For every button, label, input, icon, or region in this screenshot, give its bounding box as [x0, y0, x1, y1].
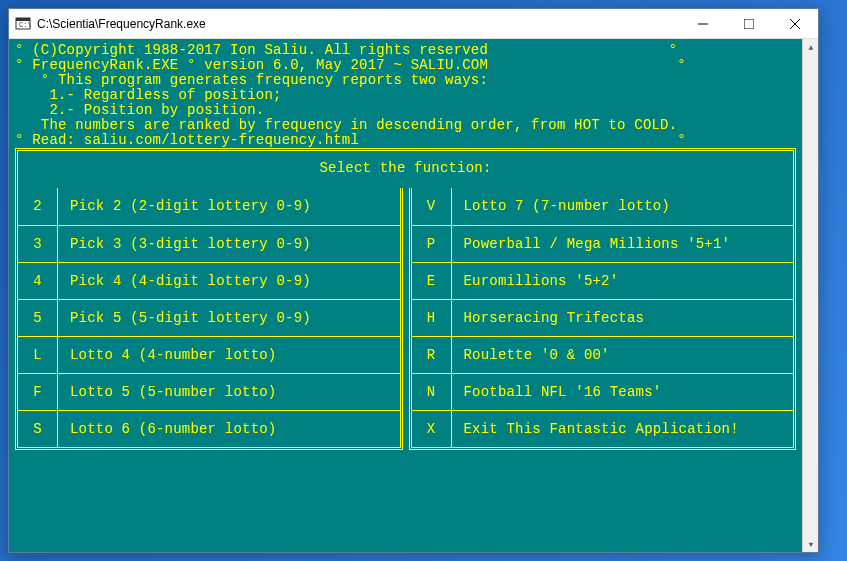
app-icon: C:\ [15, 16, 31, 32]
menu-key: N [412, 374, 452, 410]
menu-item-lotto4[interactable]: L Lotto 4 (4-number lotto) [18, 336, 400, 373]
menu-title: Select the function: [15, 148, 796, 188]
menu-key: F [18, 374, 58, 410]
menu-columns: 2 Pick 2 (2-digit lottery 0-9) 3 Pick 3 … [15, 188, 796, 450]
menu-item-pick3[interactable]: 3 Pick 3 (3-digit lottery 0-9) [18, 225, 400, 262]
version-line: ° FrequencyRank.EXE ° version 6.0, May 2… [15, 58, 796, 73]
menu-desc: Powerball / Mega Millions '5+1' [452, 237, 794, 252]
svg-text:C:\: C:\ [19, 21, 31, 29]
menu-desc: Pick 2 (2-digit lottery 0-9) [58, 199, 400, 214]
menu-desc: Pick 5 (5-digit lottery 0-9) [58, 311, 400, 326]
menu-item-exit[interactable]: X Exit This Fantastic Application! [412, 410, 794, 447]
menu-desc: Lotto 4 (4-number lotto) [58, 348, 400, 363]
menu-item-lotto5[interactable]: F Lotto 5 (5-number lotto) [18, 373, 400, 410]
scroll-down-icon[interactable]: ▼ [803, 536, 819, 552]
menu-item-pick5[interactable]: 5 Pick 5 (5-digit lottery 0-9) [18, 299, 400, 336]
desc-line-3: 2.- Position by position. [15, 103, 796, 118]
menu-item-football[interactable]: N Football NFL '16 Teams' [412, 373, 794, 410]
menu-desc: Pick 4 (4-digit lottery 0-9) [58, 274, 400, 289]
menu-item-powerball[interactable]: P Powerball / Mega Millions '5+1' [412, 225, 794, 262]
menu-key: 4 [18, 263, 58, 299]
desc-line-2: 1.- Regardless of position; [15, 88, 796, 103]
titlebar: C:\ C:\Scientia\FrequencyRank.exe [9, 9, 818, 39]
menu-item-horseracing[interactable]: H Horseracing Trifectas [412, 299, 794, 336]
menu-key: P [412, 226, 452, 262]
window-title: C:\Scientia\FrequencyRank.exe [37, 17, 680, 31]
desc-line-4: The numbers are ranked by frequency in d… [15, 118, 796, 133]
console-area[interactable]: ° (C)Copyright 1988-2017 Ion Saliu. All … [9, 39, 802, 552]
menu-item-euromillions[interactable]: E Euromillions '5+2' [412, 262, 794, 299]
menu-key: 3 [18, 226, 58, 262]
menu-key: E [412, 263, 452, 299]
menu-key: S [18, 411, 58, 447]
menu-item-lotto6[interactable]: S Lotto 6 (6-number lotto) [18, 410, 400, 447]
menu-key: R [412, 337, 452, 373]
menu-desc: Lotto 7 (7-number lotto) [452, 199, 794, 214]
menu-item-roulette[interactable]: R Roulette '0 & 00' [412, 336, 794, 373]
application-window: C:\ C:\Scientia\FrequencyRank.exe ° (C)C… [8, 8, 819, 553]
svg-rect-4 [744, 19, 754, 29]
minimize-button[interactable] [680, 9, 726, 38]
menu-key: V [412, 188, 452, 225]
close-button[interactable] [772, 9, 818, 38]
scroll-up-icon[interactable]: ▲ [803, 39, 819, 55]
menu-item-lotto7[interactable]: V Lotto 7 (7-number lotto) [412, 188, 794, 225]
desc-line-1: ° This program generates frequency repor… [15, 73, 796, 88]
copyright-line: ° (C)Copyright 1988-2017 Ion Saliu. All … [15, 43, 796, 58]
menu-item-pick2[interactable]: 2 Pick 2 (2-digit lottery 0-9) [18, 188, 400, 225]
vertical-scrollbar[interactable]: ▲ ▼ [802, 39, 818, 552]
menu-right-column: V Lotto 7 (7-number lotto) P Powerball /… [409, 188, 797, 450]
menu-desc: Exit This Fantastic Application! [452, 422, 794, 437]
menu-desc: Football NFL '16 Teams' [452, 385, 794, 400]
menu-key: X [412, 411, 452, 447]
read-line: ° Read: saliu.com/lottery-frequency.html… [15, 133, 796, 148]
menu-desc: Pick 3 (3-digit lottery 0-9) [58, 237, 400, 252]
maximize-button[interactable] [726, 9, 772, 38]
menu-key: L [18, 337, 58, 373]
menu-item-pick4[interactable]: 4 Pick 4 (4-digit lottery 0-9) [18, 262, 400, 299]
menu-key: 2 [18, 188, 58, 225]
menu-desc: Euromillions '5+2' [452, 274, 794, 289]
menu-container: Select the function: 2 Pick 2 (2-digit l… [15, 148, 796, 450]
menu-desc: Roulette '0 & 00' [452, 348, 794, 363]
menu-desc: Horseracing Trifectas [452, 311, 794, 326]
menu-key: H [412, 300, 452, 336]
menu-key: 5 [18, 300, 58, 336]
menu-left-column: 2 Pick 2 (2-digit lottery 0-9) 3 Pick 3 … [15, 188, 403, 450]
menu-desc: Lotto 5 (5-number lotto) [58, 385, 400, 400]
menu-desc: Lotto 6 (6-number lotto) [58, 422, 400, 437]
window-controls [680, 9, 818, 38]
